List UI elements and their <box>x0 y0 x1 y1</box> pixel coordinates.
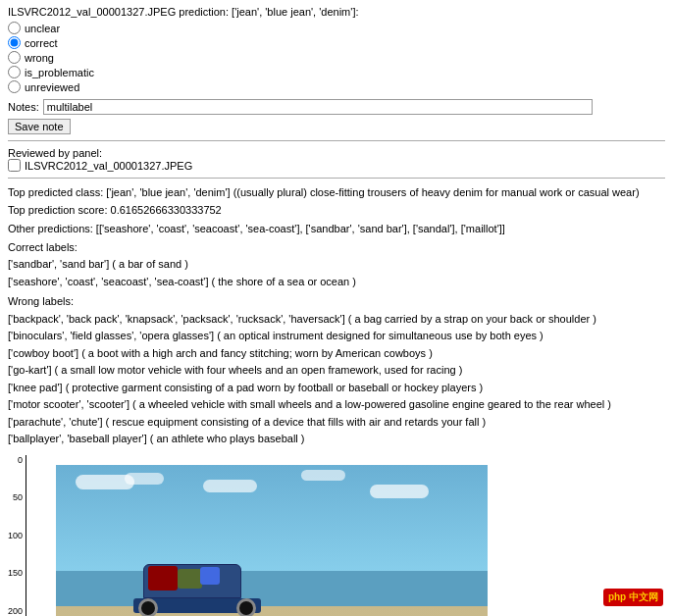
y-label-0: 0 <box>18 455 23 465</box>
notes-label: Notes: <box>8 101 39 113</box>
radio-wrong-label: wrong <box>25 52 54 64</box>
y-label-100: 100 <box>8 531 23 540</box>
radio-problematic-label: is_problematic <box>25 67 94 78</box>
wrong-label-6: ['parachute', 'chute'] ( rescue equipmen… <box>8 414 665 431</box>
radio-wrong: wrong <box>8 51 665 64</box>
checkbox-row: ILSVRC2012_val_00001327.JPEG <box>8 159 665 172</box>
wrong-label-3: ['go-kart'] ( a small low motor vehicle … <box>8 362 665 379</box>
beach-sky <box>56 465 488 571</box>
bag-green <box>178 569 202 589</box>
wrong-labels-section: Wrong labels: ['backpack', 'back pack', … <box>8 293 665 447</box>
radio-problematic-input[interactable] <box>8 66 21 78</box>
watermark-text: 中文网 <box>629 591 658 602</box>
php-text: php <box>608 591 626 602</box>
radio-unreviewed: unreviewed <box>8 80 665 93</box>
chart-image <box>56 465 488 617</box>
reviewed-section: Reviewed by panel: ILSVRC2012_val_000013… <box>8 147 665 172</box>
bag-blue <box>200 567 220 585</box>
other-predictions: Other predictions: [['seashore', 'coast'… <box>8 221 665 237</box>
radio-correct: correct <box>8 36 665 49</box>
correct-labels-section: Correct labels: ['sandbar', 'sand bar'] … <box>8 239 665 290</box>
radio-unclear: unclear <box>8 22 665 34</box>
php-watermark: php 中文网 <box>603 589 663 606</box>
correct-label-1: ['sandbar', 'sand bar'] ( a bar of sand … <box>8 256 665 273</box>
chart-container: 0 50 100 150 200 250 300 350 <box>8 455 665 617</box>
divider2 <box>8 178 665 179</box>
cloud-3 <box>203 480 257 492</box>
radio-correct-label: correct <box>25 37 58 49</box>
reviewed-label: Reviewed by panel: <box>8 147 665 159</box>
radio-unclear-label: unclear <box>25 23 60 34</box>
radio-unreviewed-label: unreviewed <box>25 81 79 93</box>
correct-labels-header: Correct labels: <box>8 239 665 256</box>
top-prediction-score: Top prediction score: 0.6165266633033375… <box>8 202 665 219</box>
top-predicted-class: Top predicted class: ['jean', 'blue jean… <box>8 184 665 201</box>
radio-unreviewed-input[interactable] <box>8 80 21 93</box>
y-label-50: 50 <box>13 492 23 502</box>
wrong-label-7: ['ballplayer', 'baseball player'] ( an a… <box>8 431 665 447</box>
wrong-labels-header: Wrong labels: <box>8 293 665 310</box>
radio-group: unclear correct wrong is_problematic unr… <box>8 22 665 93</box>
radio-unclear-input[interactable] <box>8 22 21 34</box>
radio-wrong-input[interactable] <box>8 51 21 64</box>
title-bar: ILSVRC2012_val_00001327.JPEG prediction:… <box>8 6 665 18</box>
cloud-5 <box>370 485 429 498</box>
beach-sea <box>56 571 488 606</box>
cloud-2 <box>125 473 164 485</box>
bag-red <box>148 566 178 590</box>
correct-label-2: ['seashore', 'coast', 'seacoast', 'sea-c… <box>8 274 665 290</box>
chart-area <box>26 455 496 617</box>
wrong-label-1: ['binoculars', 'field glasses', 'opera g… <box>8 328 665 344</box>
y-label-150: 150 <box>8 568 23 578</box>
y-label-200: 200 <box>8 606 23 616</box>
wrong-label-5: ['motor scooter', 'scooter'] ( a wheeled… <box>8 396 665 413</box>
save-button[interactable]: Save note <box>8 119 71 134</box>
wheel-fl <box>138 598 158 617</box>
reviewed-checkbox[interactable] <box>8 159 21 172</box>
info-section: Top predicted class: ['jean', 'blue jean… <box>8 184 665 237</box>
reviewed-checkbox-label: ILSVRC2012_val_00001327.JPEG <box>25 160 192 172</box>
notes-row: Notes: <box>8 99 665 115</box>
wrong-label-4: ['knee pad'] ( protective garment consis… <box>8 380 665 396</box>
radio-problematic: is_problematic <box>8 66 665 78</box>
y-axis: 0 50 100 150 200 250 300 350 <box>8 455 26 617</box>
wrong-label-0: ['backpack', 'back pack', 'knapsack', 'p… <box>8 311 665 328</box>
notes-input[interactable] <box>43 99 593 115</box>
wheel-fr <box>236 598 256 617</box>
cloud-4 <box>301 470 345 481</box>
page-title: ILSVRC2012_val_00001327.JPEG prediction:… <box>8 6 359 18</box>
radio-correct-input[interactable] <box>8 36 21 49</box>
beach-sand <box>56 606 488 617</box>
wrong-label-2: ['cowboy boot'] ( a boot with a high arc… <box>8 345 665 362</box>
go-kart-body <box>133 564 261 617</box>
divider <box>8 140 665 141</box>
